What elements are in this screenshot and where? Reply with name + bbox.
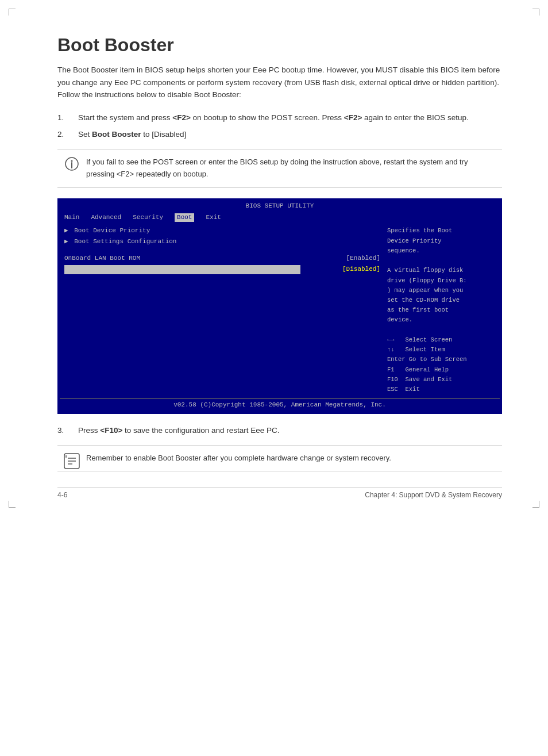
bios-arrow-1: ▶ bbox=[64, 227, 68, 236]
bios-screenshot: BIOS SETUP UTILITY Main Advanced Securit… bbox=[57, 198, 502, 415]
bios-menu-advanced: Advanced bbox=[91, 213, 121, 222]
tip-icon bbox=[63, 452, 80, 470]
corner-tl bbox=[9, 9, 16, 16]
steps-list-2: 3. Press <F10> to save the configuration… bbox=[57, 424, 502, 437]
footer-page-num: 4-6 bbox=[57, 491, 67, 499]
step-1-content: Start the system and press <F2> on bootu… bbox=[78, 112, 502, 124]
step-3-content: Press <F10> to save the configuration an… bbox=[78, 424, 502, 437]
bios-booster-key: Boot Booster bbox=[64, 265, 300, 274]
bios-left-panel: ▶ Boot Device Priority ▶ Boot Settings C… bbox=[64, 227, 380, 395]
step-3: 3. Press <F10> to save the configuration… bbox=[57, 424, 502, 437]
bios-menu-main: Main bbox=[64, 213, 79, 222]
note-box: If you fail to see the POST screen or en… bbox=[57, 149, 502, 188]
bios-menu-bar: Main Advanced Security Boot Exit bbox=[60, 212, 500, 224]
bios-spacer-1 bbox=[64, 248, 380, 254]
corner-br bbox=[532, 501, 539, 508]
intro-text: The Boot Booster item in BIOS setup help… bbox=[57, 64, 502, 101]
bios-right-panel: Specifies the Boot Device Priority seque… bbox=[380, 227, 495, 395]
bios-menu-security: Security bbox=[133, 213, 163, 222]
bios-onboard-val: [Enabled] bbox=[327, 254, 380, 263]
bios-menu-exit: Exit bbox=[206, 213, 221, 222]
tip-text: Remember to enable Boot Booster after yo… bbox=[86, 454, 391, 462]
svg-point-1 bbox=[71, 160, 73, 162]
note-text: If you fail to see the POST screen or en… bbox=[86, 158, 468, 178]
bios-bdp-label: Boot Device Priority bbox=[71, 227, 150, 236]
bios-boot-settings-config: ▶ Boot Settings Configuration bbox=[64, 237, 380, 247]
bios-title: BIOS SETUP UTILITY bbox=[60, 201, 500, 212]
step-3-num: 3. bbox=[57, 424, 71, 437]
corner-tr bbox=[532, 9, 539, 16]
step-2-num: 2. bbox=[57, 128, 71, 141]
page-container: Boot Booster The Boot Booster item in BI… bbox=[0, 0, 548, 516]
step-2: 2. Set Boot Booster to [Disabled] bbox=[57, 128, 502, 141]
bios-bsc-label: Boot Settings Configuration bbox=[71, 237, 177, 247]
page-footer: 4-6 Chapter 4: Support DVD & System Reco… bbox=[57, 487, 502, 499]
bios-arrow-2: ▶ bbox=[64, 237, 68, 247]
bios-boot-device-priority: ▶ Boot Device Priority bbox=[64, 227, 380, 236]
step-2-content: Set Boot Booster to [Disabled] bbox=[78, 128, 502, 141]
page-title: Boot Booster bbox=[57, 34, 502, 56]
bios-onboard-key: OnBoard LAN Boot ROM bbox=[64, 254, 327, 263]
bios-onboard-lan: OnBoard LAN Boot ROM [Enabled] bbox=[64, 254, 380, 263]
bios-boot-booster: Boot Booster [Disabled] bbox=[64, 265, 380, 274]
steps-list: 1. Start the system and press <F2> on bo… bbox=[57, 112, 502, 141]
bios-booster-val: [Disabled] bbox=[300, 265, 380, 274]
step-1-num: 1. bbox=[57, 112, 71, 124]
step-1: 1. Start the system and press <F2> on bo… bbox=[57, 112, 502, 124]
bios-menu-boot[interactable]: Boot bbox=[175, 213, 194, 222]
note-icon bbox=[64, 156, 79, 171]
tip-box: Remember to enable Boot Booster after yo… bbox=[57, 445, 502, 472]
footer-chapter: Chapter 4: Support DVD & System Recovery bbox=[365, 491, 502, 499]
corner-bl bbox=[9, 501, 16, 508]
bios-body: ▶ Boot Device Priority ▶ Boot Settings C… bbox=[60, 223, 500, 398]
bios-footer: v02.58 (C)Copyright 1985-2005, American … bbox=[60, 398, 500, 412]
